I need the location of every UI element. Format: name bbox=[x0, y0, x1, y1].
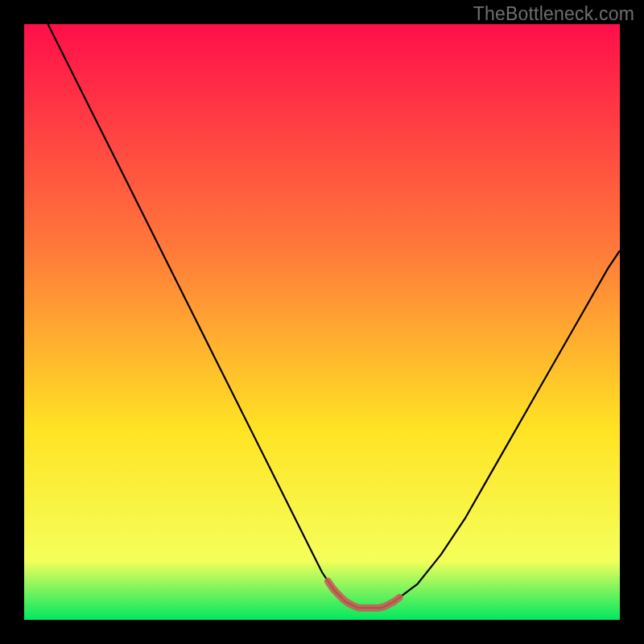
watermark-text: TheBottleneck.com bbox=[473, 3, 634, 25]
chart-frame: TheBottleneck.com bbox=[0, 0, 644, 644]
gradient-background bbox=[24, 24, 620, 620]
plot-container bbox=[24, 24, 620, 620]
bottleneck-plot bbox=[24, 24, 620, 620]
